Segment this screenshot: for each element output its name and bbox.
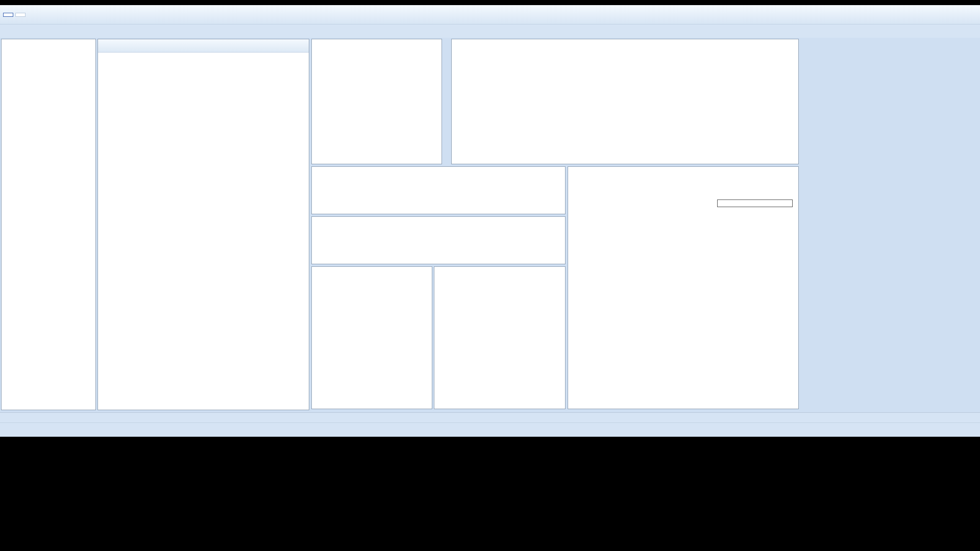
chart-legend (717, 199, 793, 207)
local-button[interactable] (3, 13, 13, 17)
chromatogram-tic-panel (311, 216, 566, 264)
metabolic-scheme-canvas[interactable] (99, 53, 308, 409)
mass-spectrum-panel-2 (434, 266, 566, 409)
chromatogram-plot[interactable] (312, 217, 565, 264)
remote-button[interactable] (15, 13, 26, 17)
chromatogram-plot[interactable] (312, 167, 565, 214)
sidebar (1, 39, 96, 410)
mass-spectrum-panel-1 (311, 266, 432, 409)
workspace (0, 38, 980, 412)
parent-structure-drawing[interactable] (312, 39, 442, 164)
mass-spectrum-plot[interactable] (312, 267, 432, 409)
view-mode-icon[interactable] (3, 27, 12, 36)
time-course-chart-panel (568, 166, 799, 409)
table-horizontal-scrollbar[interactable] (452, 156, 798, 163)
scheme-toolbar (98, 39, 309, 53)
panel-link-icon[interactable] (422, 268, 430, 276)
panel-link-icon[interactable] (789, 40, 797, 48)
metabolites-table-panel (451, 39, 799, 164)
panel-link-icon[interactable] (555, 218, 564, 226)
bottom-tab-bar (0, 422, 980, 437)
panel-link-icon[interactable] (299, 40, 307, 48)
menu-bar (0, 24, 980, 38)
chromatogram-mc-panel (311, 166, 566, 214)
panel-link-icon[interactable] (432, 40, 440, 48)
parent-structure-panel (311, 39, 442, 164)
main-toolbar (0, 5, 980, 24)
panel-link-icon[interactable] (555, 168, 564, 176)
structure-vertical-scrollbar[interactable] (443, 39, 450, 164)
mass-spectrum-plot[interactable] (434, 267, 565, 409)
status-bar (0, 412, 980, 422)
metasense-app-window (0, 5, 980, 437)
panel-link-icon[interactable] (789, 168, 797, 176)
metabolic-scheme-panel (97, 39, 309, 410)
panel-link-icon[interactable] (555, 268, 564, 276)
